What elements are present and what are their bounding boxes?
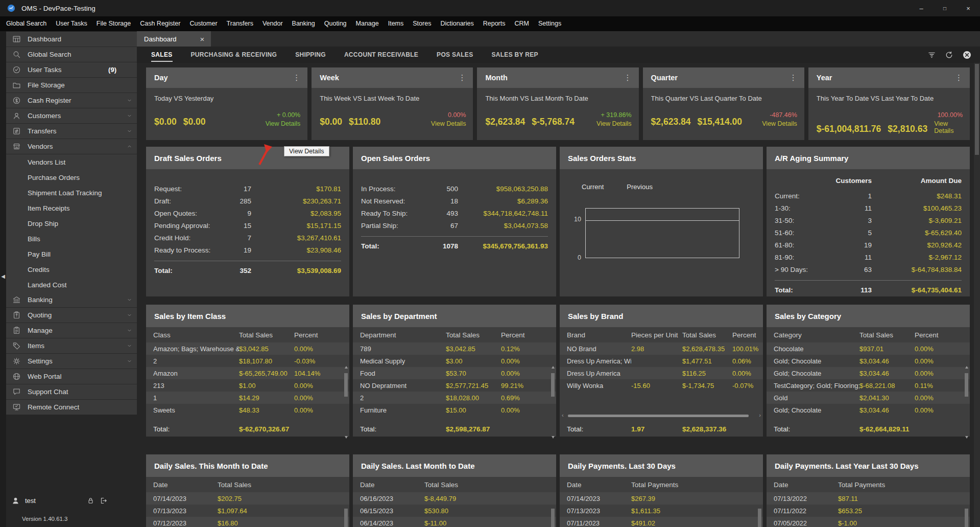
table-row[interactable]: Furniture$15.000.00% [353, 404, 556, 416]
sidebar-item[interactable]: Shipment Load Tracking [6, 185, 137, 200]
table-row[interactable]: 789$3,042.850.12% [353, 342, 556, 355]
table-row[interactable]: NO Brand2.98$2,628,478.35100.01% [560, 342, 763, 355]
subtab[interactable]: PURCHASING & RECEIVING [191, 48, 277, 62]
sidebar-item[interactable]: Bills [6, 231, 137, 246]
sidebar-item[interactable]: Item Receipts [6, 200, 137, 216]
table-row[interactable]: Gold; Chocolate$3,034.460.00% [767, 355, 970, 367]
menu-item[interactable]: Cash Register [135, 16, 185, 31]
card-menu-icon[interactable]: ⋮ [953, 73, 965, 82]
scrollbar[interactable] [344, 366, 348, 439]
menu-item[interactable]: Customer [185, 16, 222, 31]
sidebar-item[interactable]: Web Portal [6, 369, 137, 384]
sidebar-item[interactable]: Cash Register [6, 93, 137, 108]
sidebar-item[interactable]: Global Search [6, 47, 137, 62]
table-row[interactable]: 2$18,107.80-0.03% [146, 355, 349, 367]
menu-item[interactable]: Settings [534, 16, 566, 31]
table-row[interactable]: 213$1.000.00% [146, 379, 349, 392]
tab-close-icon[interactable]: × [200, 35, 205, 43]
close-circle-icon[interactable] [962, 50, 972, 60]
table-row[interactable]: 06/16/2023$-8,449.79 [353, 492, 556, 505]
table-row[interactable]: 07/05/2022$-1.00 [767, 517, 970, 527]
subtab[interactable]: SALES [151, 48, 173, 62]
sidebar-item[interactable]: Pay Bill [6, 246, 137, 262]
scrollbar[interactable] [551, 509, 555, 527]
sidebar-item[interactable]: Drop Ship [6, 216, 137, 231]
sidebar-item[interactable]: Items [6, 338, 137, 354]
table-row[interactable]: Dress Up America$116.250.00% [560, 367, 763, 379]
view-details-link[interactable]: View Details [762, 120, 797, 127]
table-row[interactable]: Dress Up America; Willy V$1,477.510.06% [560, 355, 763, 367]
view-details-link[interactable]: View Details [596, 120, 632, 127]
table-row[interactable]: Willy Wonka-15.60$-1,734.75-0.07% [560, 379, 763, 392]
menu-item[interactable]: Stores [408, 16, 436, 31]
menu-item[interactable]: CRM [510, 16, 534, 31]
sidebar-item[interactable]: Dashboard [6, 32, 137, 47]
sidebar-item[interactable]: Transfers [6, 124, 137, 139]
table-row[interactable]: 07/13/2022$87.11 [767, 492, 970, 505]
sidebar-item[interactable]: Manage [6, 323, 137, 338]
logout-icon[interactable] [100, 497, 107, 505]
table-row[interactable]: 06/15/2023$530.80 [353, 505, 556, 517]
menu-item[interactable]: Manage [351, 16, 384, 31]
view-details-link[interactable]: View Details [266, 120, 301, 127]
sidebar-item[interactable]: Vendors List [6, 154, 137, 170]
table-row[interactable]: NO Depratment$2,577,721.4599.21% [353, 379, 556, 392]
table-row[interactable]: TestCategory; Gold; Flooring; S$-68,221.… [767, 379, 970, 392]
scrollbar[interactable] [344, 509, 348, 527]
table-row[interactable]: Gold; Chocolate$3,034.460.00% [767, 367, 970, 379]
sidebar-item[interactable]: Customers [6, 108, 137, 124]
table-row[interactable]: 07/11/2023$491.02 [560, 517, 763, 527]
view-details-link[interactable]: View Details [431, 120, 466, 127]
card-menu-icon[interactable]: ⋮ [291, 73, 302, 82]
filter-icon[interactable] [927, 51, 936, 59]
table-row[interactable]: 07/13/2023$1,097.64 [146, 505, 349, 517]
menu-item[interactable]: Quoting [320, 16, 351, 31]
scrollbar[interactable] [965, 509, 968, 527]
sidebar-collapse-icon[interactable]: ◀ [0, 273, 6, 279]
table-row[interactable]: Amazon$-65,265,749.00104.14% [146, 367, 349, 379]
card-menu-icon[interactable]: ⋮ [456, 73, 468, 82]
sidebar-item[interactable]: Quoting [6, 308, 137, 323]
table-row[interactable]: Chocolate$937.010.00% [767, 342, 970, 355]
sidebar-item[interactable]: User Tasks (9) [6, 62, 137, 78]
view-details-link[interactable]: View Details [934, 120, 963, 134]
sidebar-item[interactable]: Support Chat [6, 384, 137, 400]
scrollbar[interactable] [758, 509, 761, 527]
sidebar-item[interactable]: File Storage [6, 78, 137, 93]
horizontal-scrollbar[interactable]: ‹ › [561, 413, 762, 419]
table-row[interactable]: 07/13/2023$1,611.35 [560, 505, 763, 517]
scrollbar[interactable] [964, 366, 968, 439]
table-row[interactable]: Sweets$48.330.00% [146, 404, 349, 416]
table-row[interactable]: 07/12/2023$16.80 [146, 517, 349, 527]
chevron-right-icon[interactable]: › [759, 412, 761, 418]
table-row[interactable]: Gold$2,041.300.00% [767, 392, 970, 404]
table-row[interactable]: 07/14/2023$267.39 [560, 492, 763, 505]
sidebar-item[interactable]: Credits [6, 262, 137, 277]
chevron-left-icon[interactable]: ‹ [562, 412, 564, 418]
subtab[interactable]: ACCOUNT RECEIVABLE [344, 48, 418, 62]
table-row[interactable]: 06/14/2023$-11.00 [353, 517, 556, 527]
sidebar-item[interactable]: Vendors [6, 139, 137, 154]
page-scrollbar[interactable] [974, 63, 980, 527]
menu-item[interactable]: File Storage [92, 16, 135, 31]
menu-item[interactable]: Dictionaries [436, 16, 478, 31]
sidebar-item[interactable]: Banking [6, 292, 137, 308]
minimize-button[interactable]: – [910, 0, 933, 16]
menu-item[interactable]: User Tasks [51, 16, 92, 31]
menu-item[interactable]: Banking [288, 16, 320, 31]
card-menu-icon[interactable]: ⋮ [787, 73, 799, 82]
table-row[interactable]: 1$14.290.00% [146, 392, 349, 404]
menu-item[interactable]: Vendor [258, 16, 288, 31]
table-row[interactable]: Amazon; Bags; Warehouse & Ja$3,042.850.0… [146, 342, 349, 355]
table-row[interactable]: Gold; Chocolate$3,034.460.00% [767, 404, 970, 416]
menu-item[interactable]: Global Search [2, 16, 51, 31]
table-row[interactable]: Medical Supply$3.000.00% [353, 355, 556, 367]
table-row[interactable]: 07/11/2022$653.25 [767, 505, 970, 517]
sidebar-item[interactable]: Remote Connect [6, 400, 137, 415]
sidebar-item[interactable]: Landed Cost [6, 277, 137, 292]
maximize-button[interactable]: □ [933, 0, 957, 16]
menu-item[interactable]: Transfers [222, 16, 258, 31]
sidebar-item[interactable]: Purchase Orders [6, 170, 137, 185]
close-button[interactable]: × [957, 0, 980, 16]
tab-dashboard[interactable]: Dashboard × [137, 31, 211, 47]
